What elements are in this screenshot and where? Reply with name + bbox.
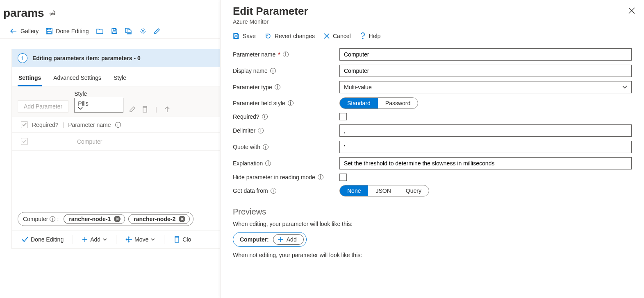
row-up-icon[interactable] [164, 106, 170, 113]
remove-pill-icon[interactable]: ✕ [114, 216, 121, 222]
svg-rect-2 [48, 28, 51, 30]
info-icon[interactable]: i [258, 128, 264, 133]
quote-input[interactable] [339, 141, 632, 153]
info-icon[interactable]: i [50, 216, 55, 222]
add-label: Add [90, 236, 100, 243]
pill-label-1: rancher-node-1 [69, 216, 111, 222]
open-icon[interactable] [96, 28, 104, 34]
svg-rect-7 [143, 108, 147, 112]
revert-button[interactable]: Revert changes [265, 33, 315, 39]
style-select-label: Style [74, 90, 123, 97]
param-filter-pills[interactable]: Computer i: rancher-node-1 ✕ rancher-nod… [18, 212, 193, 226]
clone-label: Clo [182, 236, 191, 243]
card-title: Editing parameters item: parameters - 0 [32, 55, 141, 61]
field-style-toggle: Standard Password [339, 97, 418, 109]
tab-advanced-settings[interactable]: Advanced Settings [52, 70, 102, 86]
info-icon[interactable]: i [115, 122, 121, 128]
toolbar-separator: | [155, 106, 157, 113]
move-button[interactable]: Move [121, 235, 159, 244]
hide-checkbox[interactable] [339, 174, 347, 181]
cancel-label: Cancel [333, 33, 351, 39]
required-checkbox[interactable] [339, 113, 347, 120]
settings-gear-icon[interactable] [140, 28, 146, 34]
get-data-label: Get data from [233, 187, 268, 194]
required-label: Required? [233, 113, 259, 120]
info-icon[interactable]: i [270, 68, 276, 74]
info-icon[interactable]: i [318, 174, 323, 180]
svg-point-6 [142, 30, 144, 32]
svg-rect-9 [234, 37, 238, 38]
pill-label-2: rancher-node-2 [134, 216, 175, 222]
field-style-password[interactable]: Password [378, 98, 418, 108]
explanation-label: Explanation [233, 160, 263, 167]
svg-rect-10 [235, 34, 237, 35]
preview-add-button[interactable]: Add [273, 234, 304, 245]
required-header: Required? [32, 122, 59, 128]
info-icon[interactable]: i [265, 160, 271, 166]
add-button[interactable]: Add [78, 235, 111, 244]
tab-style[interactable]: Style [113, 70, 127, 86]
gallery-label: Gallery [20, 28, 39, 34]
delimiter-input[interactable] [339, 124, 632, 137]
remove-pill-icon[interactable]: ✕ [179, 216, 185, 222]
pin-icon[interactable] [49, 10, 56, 16]
save-button[interactable]: Save [233, 33, 256, 39]
add-parameter-button[interactable]: Add Parameter [18, 100, 68, 113]
done-editing-label: Done Editing [56, 28, 89, 34]
info-icon[interactable]: i [283, 52, 289, 57]
filter-pill[interactable]: rancher-node-1 ✕ [64, 214, 125, 224]
edit-parameter-panel: Edit Parameter Azure Monitor Save Revert… [220, 0, 644, 298]
svg-rect-8 [175, 238, 179, 242]
done-editing-label: Done Editing [31, 236, 64, 243]
gallery-button[interactable]: Gallery [10, 28, 39, 34]
param-type-value: Multi-value [344, 84, 372, 90]
style-select-value: Pills [78, 100, 89, 107]
move-label: Move [134, 236, 148, 243]
info-icon[interactable]: i [288, 100, 294, 106]
row-checkbox[interactable] [21, 138, 28, 145]
done-editing-button[interactable]: Done Editing [18, 235, 68, 244]
row-edit-icon[interactable] [129, 106, 136, 113]
hide-label: Hide parameter in reading mode [233, 174, 315, 181]
param-name-input[interactable] [339, 48, 632, 61]
field-style-label: Parameter field style [233, 100, 285, 106]
data-source-none[interactable]: None [340, 185, 368, 196]
filter-label: Computer [23, 216, 48, 222]
done-editing-toolbar-button[interactable]: Done Editing [46, 28, 89, 34]
row-param-name: Computer [77, 138, 102, 145]
info-icon[interactable]: i [263, 144, 269, 150]
help-button[interactable]: Help [360, 32, 381, 40]
info-icon[interactable]: i [262, 114, 268, 120]
display-name-label: Display name [233, 68, 268, 74]
display-name-input[interactable] [339, 65, 632, 77]
svg-rect-1 [47, 32, 51, 34]
close-icon[interactable] [628, 7, 635, 14]
preview-editing-text: When editing, your parameter will look l… [233, 221, 632, 227]
preview-editing-pill[interactable]: Computer: Add [233, 232, 307, 247]
clone-button[interactable]: Clo [169, 235, 195, 244]
edit-pencil-icon[interactable] [154, 28, 160, 34]
required-star: * [278, 51, 280, 58]
svg-rect-3 [113, 32, 116, 34]
field-style-standard[interactable]: Standard [340, 98, 378, 108]
panel-subtitle: Azure Monitor [233, 18, 632, 25]
data-source-json[interactable]: JSON [368, 185, 398, 196]
info-icon[interactable]: i [271, 188, 276, 194]
param-type-select[interactable]: Multi-value [339, 81, 632, 93]
data-source-query[interactable]: Query [398, 185, 429, 196]
tab-settings[interactable]: Settings [18, 70, 42, 86]
filter-pill[interactable]: rancher-node-2 ✕ [128, 214, 190, 224]
header-sep: | [63, 122, 64, 128]
select-all-checkbox[interactable] [21, 121, 28, 128]
svg-point-11 [362, 38, 363, 39]
explanation-input[interactable] [339, 157, 632, 169]
param-type-label: Parameter type [233, 84, 272, 90]
save-icon[interactable] [111, 28, 118, 34]
save-as-icon[interactable] [125, 28, 132, 34]
info-icon[interactable]: i [275, 84, 280, 90]
row-copy-icon[interactable] [141, 106, 148, 113]
get-data-toggle: None JSON Query [339, 185, 429, 196]
delimiter-label: Delimiter [233, 127, 255, 134]
cancel-button[interactable]: Cancel [324, 33, 351, 39]
style-select[interactable]: Pills [74, 98, 123, 113]
